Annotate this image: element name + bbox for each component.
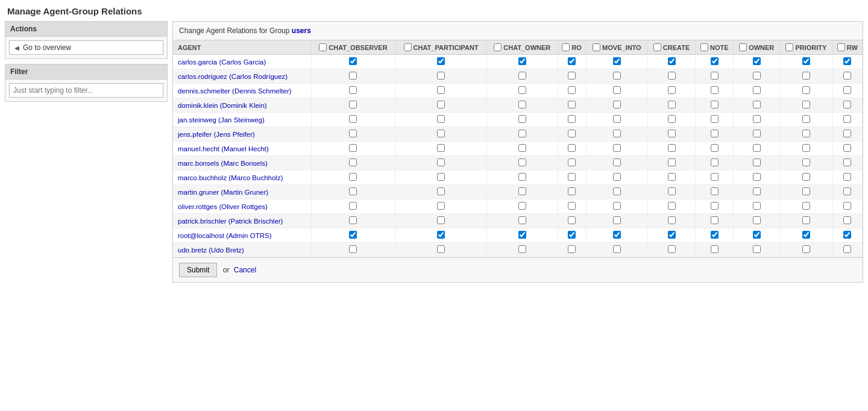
agent-link[interactable]: patrick.brischler (Patrick Brischler): [178, 218, 283, 225]
checkbox-priority[interactable]: [802, 101, 810, 108]
checkbox-move_into[interactable]: [613, 57, 621, 65]
checkbox-owner[interactable]: [753, 158, 761, 166]
checkbox-move_into[interactable]: [613, 72, 621, 80]
checkbox-chat_owner[interactable]: [518, 231, 526, 239]
checkbox-chat_observer[interactable]: [349, 231, 357, 239]
select-all-chat-participant[interactable]: [404, 43, 412, 51]
checkbox-priority[interactable]: [802, 57, 810, 65]
checkbox-priority[interactable]: [802, 245, 810, 253]
checkbox-priority[interactable]: [802, 115, 810, 123]
checkbox-chat_owner[interactable]: [518, 216, 526, 224]
checkbox-chat_participant[interactable]: [437, 173, 445, 181]
checkbox-rw[interactable]: [843, 173, 851, 181]
agent-link[interactable]: dennis.schmelter (Dennis Schmelter): [178, 87, 292, 95]
checkbox-ro[interactable]: [568, 115, 576, 123]
checkbox-ro[interactable]: [568, 72, 576, 80]
checkbox-rw[interactable]: [843, 216, 851, 224]
select-all-priority[interactable]: [785, 43, 793, 51]
cancel-link[interactable]: Cancel: [234, 266, 256, 274]
checkbox-ro[interactable]: [568, 130, 576, 137]
checkbox-note[interactable]: [711, 101, 719, 108]
checkbox-owner[interactable]: [753, 173, 761, 181]
checkbox-chat_observer[interactable]: [349, 158, 357, 166]
checkbox-rw[interactable]: [843, 130, 851, 137]
checkbox-owner[interactable]: [753, 245, 761, 253]
checkbox-chat_owner[interactable]: [518, 158, 526, 166]
checkbox-chat_observer[interactable]: [349, 216, 357, 224]
checkbox-create[interactable]: [668, 202, 676, 210]
checkbox-create[interactable]: [668, 86, 676, 94]
checkbox-chat_owner[interactable]: [518, 101, 526, 108]
select-all-note[interactable]: [700, 43, 708, 51]
agent-link[interactable]: dominik.klein (Dominik Klein): [178, 102, 267, 109]
checkbox-move_into[interactable]: [613, 86, 621, 94]
checkbox-move_into[interactable]: [613, 158, 621, 166]
checkbox-priority[interactable]: [802, 173, 810, 181]
select-all-ro[interactable]: [562, 43, 570, 51]
checkbox-move_into[interactable]: [613, 216, 621, 224]
select-all-chat-observer[interactable]: [319, 43, 327, 51]
checkbox-chat_participant[interactable]: [437, 202, 445, 210]
checkbox-rw[interactable]: [843, 144, 851, 152]
checkbox-chat_owner[interactable]: [518, 187, 526, 195]
checkbox-ro[interactable]: [568, 173, 576, 181]
checkbox-create[interactable]: [668, 57, 676, 65]
checkbox-owner[interactable]: [753, 86, 761, 94]
checkbox-rw[interactable]: [843, 101, 851, 108]
checkbox-rw[interactable]: [843, 57, 851, 65]
select-all-create[interactable]: [653, 43, 661, 51]
checkbox-chat_owner[interactable]: [518, 57, 526, 65]
checkbox-note[interactable]: [711, 144, 719, 152]
checkbox-move_into[interactable]: [613, 173, 621, 181]
select-all-chat-owner[interactable]: [494, 43, 502, 51]
checkbox-priority[interactable]: [802, 216, 810, 224]
select-all-move-into[interactable]: [593, 43, 600, 51]
checkbox-move_into[interactable]: [613, 101, 621, 108]
checkbox-chat_observer[interactable]: [349, 173, 357, 181]
checkbox-move_into[interactable]: [613, 245, 621, 253]
select-all-rw[interactable]: [837, 43, 845, 51]
agent-link[interactable]: oliver.rottges (Oliver Rottges): [178, 203, 268, 210]
checkbox-chat_owner[interactable]: [518, 202, 526, 210]
agent-link[interactable]: marco.buchholz (Marco Buchholz): [178, 174, 283, 181]
filter-input[interactable]: [9, 83, 163, 98]
checkbox-note[interactable]: [711, 57, 719, 65]
checkbox-priority[interactable]: [802, 187, 810, 195]
checkbox-owner[interactable]: [753, 57, 761, 65]
checkbox-note[interactable]: [711, 72, 719, 80]
checkbox-chat_participant[interactable]: [437, 245, 445, 253]
checkbox-chat_observer[interactable]: [349, 144, 357, 152]
checkbox-chat_owner[interactable]: [518, 144, 526, 152]
checkbox-owner[interactable]: [753, 216, 761, 224]
agent-link[interactable]: jens.pfeifer (Jens Pfeifer): [178, 131, 255, 138]
checkbox-rw[interactable]: [843, 72, 851, 80]
checkbox-note[interactable]: [711, 158, 719, 166]
checkbox-chat_observer[interactable]: [349, 72, 357, 80]
select-all-owner[interactable]: [739, 43, 747, 51]
checkbox-create[interactable]: [668, 216, 676, 224]
checkbox-chat_observer[interactable]: [349, 101, 357, 108]
agent-link[interactable]: martin.gruner (Martin Gruner): [178, 189, 268, 196]
checkbox-ro[interactable]: [568, 158, 576, 166]
checkbox-chat_owner[interactable]: [518, 173, 526, 181]
checkbox-chat_observer[interactable]: [349, 130, 357, 137]
checkbox-create[interactable]: [668, 231, 676, 239]
checkbox-chat_participant[interactable]: [437, 144, 445, 152]
checkbox-move_into[interactable]: [613, 231, 621, 239]
checkbox-owner[interactable]: [753, 72, 761, 80]
checkbox-create[interactable]: [668, 158, 676, 166]
checkbox-create[interactable]: [668, 130, 676, 137]
checkbox-ro[interactable]: [568, 216, 576, 224]
checkbox-rw[interactable]: [843, 86, 851, 94]
checkbox-ro[interactable]: [568, 57, 576, 65]
checkbox-rw[interactable]: [843, 245, 851, 253]
checkbox-owner[interactable]: [753, 130, 761, 137]
agent-link[interactable]: carlos.garcia (Carlos Garcia): [178, 58, 266, 66]
checkbox-chat_owner[interactable]: [518, 115, 526, 123]
checkbox-chat_owner[interactable]: [518, 245, 526, 253]
checkbox-create[interactable]: [668, 144, 676, 152]
checkbox-note[interactable]: [711, 231, 719, 239]
checkbox-move_into[interactable]: [613, 202, 621, 210]
checkbox-note[interactable]: [711, 130, 719, 137]
agent-link[interactable]: jan.steinweg (Jan Steinweg): [178, 116, 265, 124]
